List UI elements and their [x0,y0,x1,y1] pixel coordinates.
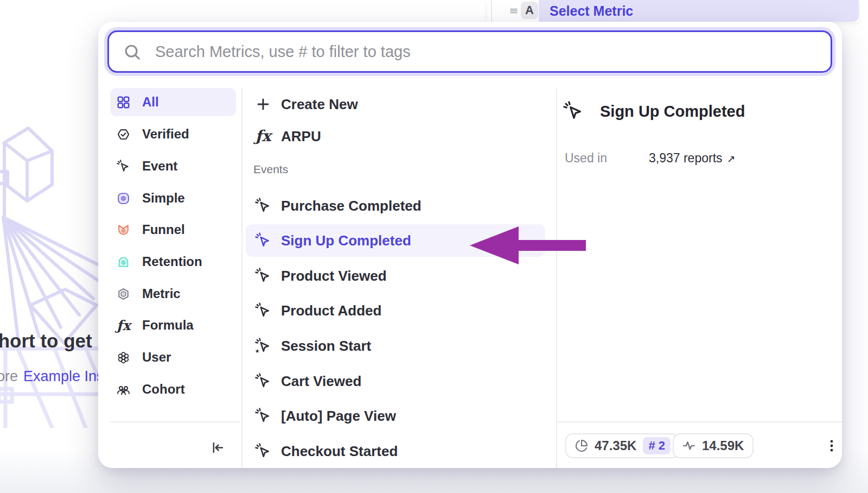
list-item-purchase-completed[interactable]: Purchase Completed [246,189,545,222]
event-cursor-icon [255,302,271,319]
cohort-people-icon [117,383,130,396]
list-item-label: Create New [281,96,358,113]
list-item-label: ARPU [281,128,321,145]
used-in-row: Used in 3,937 reports ↗ [565,151,735,166]
sidebar-item-funnel[interactable]: Funnel [110,216,236,244]
create-new-button[interactable]: Create New [246,88,545,121]
sidebar-item-label: Formula [142,318,194,333]
select-metric-field[interactable]: Select Metric [539,0,859,22]
total-count-badge[interactable]: 47.35K # 2 [565,433,680,458]
list-item-session-start[interactable]: Session Start [246,330,545,362]
verified-badge-icon [117,128,130,141]
list-item-label: Purchase Completed [281,198,422,214]
event-cursor-icon [255,443,271,459]
metric-hexagon-icon [117,287,130,301]
event-cursor-icon [117,160,130,173]
search-box[interactable] [107,30,832,73]
sidebar-item-verified[interactable]: Verified [110,120,236,148]
pie-chart-icon [575,439,588,452]
list-item-label: Checkout Started [281,443,398,460]
used-in-label: Used in [565,151,649,166]
metric-row-label-badge: A [521,2,538,19]
grid-icon [117,96,130,109]
kebab-menu-icon [824,438,839,453]
retention-icon [117,255,130,269]
search-input[interactable] [154,42,816,61]
annotation-arrow [470,226,586,264]
metric-picker-dialog: All Verified Event Simple Funnel Retenti… [98,22,842,468]
sidebar-item-label: Simple [142,191,185,206]
events-section-header: Events [253,163,288,176]
reports-count: 3,937 reports [649,151,723,166]
external-link-icon: ↗ [727,153,736,165]
event-cursor-icon [563,101,584,122]
background-subline: oreExample Ins [0,368,104,385]
sidebar-item-cohort[interactable]: Cohort [110,375,236,403]
activity-count-badge[interactable]: 14.59K [673,433,754,458]
sidebar-item-event[interactable]: Event [110,152,236,180]
funnel-icon [117,223,130,237]
detail-header: Sign Up Completed [563,101,745,122]
sidebar-item-user[interactable]: User [110,343,236,371]
event-cursor-icon [255,408,271,424]
list-item-label: Cart Viewed [281,373,361,390]
drag-handle-icon[interactable] [509,6,519,16]
screen-root: Cohort to get s oreExample Ins A Select … [0,0,868,493]
sidebar-item-label: Event [142,159,177,174]
list-item-label: Sign Up Completed [281,232,411,249]
divider [241,89,242,468]
event-cursor-icon [255,198,271,214]
sidebar-item-label: User [142,350,171,365]
list-item-label: Product Viewed [281,268,387,285]
list-item-auto-page-view[interactable]: [Auto] Page View [246,400,545,432]
activity-icon [682,439,695,452]
list-item-cart-viewed[interactable]: Cart Viewed [246,365,545,397]
sidebar-item-simple[interactable]: Simple [110,184,236,212]
background-subline-prefix: ore [0,368,18,384]
divider [491,0,492,22]
collapse-left-icon [210,440,225,455]
list-item-product-viewed[interactable]: Product Viewed [246,260,545,292]
sidebar-item-label: Cohort [142,382,185,397]
event-cursor-star-icon [255,338,271,354]
sidebar-item-label: Funnel [142,222,185,237]
event-cursor-icon [255,232,271,249]
activity-count-value: 14.59K [702,438,744,453]
simple-icon [117,192,130,205]
sidebar-item-label: Metric [142,286,181,301]
divider [109,421,240,422]
search-icon [123,43,141,61]
list-item-product-added[interactable]: Product Added [246,294,545,327]
sidebar-item-label: Verified [142,127,189,142]
event-cursor-icon [255,373,271,389]
user-cluster-icon [117,351,130,364]
divider [556,89,557,468]
sidebar-item-label: Retention [142,254,202,269]
list-item-checkout-started[interactable]: Checkout Started [246,435,545,467]
sidebar-item-all[interactable]: All [110,88,236,116]
sidebar-item-formula[interactable]: ƒx Formula [110,311,236,339]
reports-link[interactable]: 3,937 reports ↗ [649,151,735,166]
more-options-button[interactable] [822,435,841,456]
example-insights-link[interactable]: Example Ins [23,368,104,384]
formula-fx-icon: ƒx [255,129,271,144]
list-item-arpu[interactable]: ƒx ARPU [246,120,545,153]
background-headline: Cohort to get s [0,330,108,352]
sidebar-item-metric[interactable]: Metric [110,280,236,308]
plus-icon [255,96,271,112]
select-metric-label: Select Metric [550,3,633,19]
rank-chip: # 2 [643,437,671,454]
collapse-sidebar-button[interactable] [208,438,227,457]
list-item-label: Product Added [281,302,381,319]
query-builder-metric-row: A Select Metric [487,0,859,22]
total-count-value: 47.35K [595,438,636,453]
detail-title: Sign Up Completed [600,103,745,121]
formula-fx-icon: ƒx [117,319,130,332]
event-cursor-icon [255,268,271,284]
list-item-label: [Auto] Page View [281,408,396,425]
sidebar-item-retention[interactable]: Retention [110,248,236,276]
divider [557,421,842,422]
list-item-label: Session Start [281,338,371,355]
sidebar-item-label: All [142,94,159,110]
